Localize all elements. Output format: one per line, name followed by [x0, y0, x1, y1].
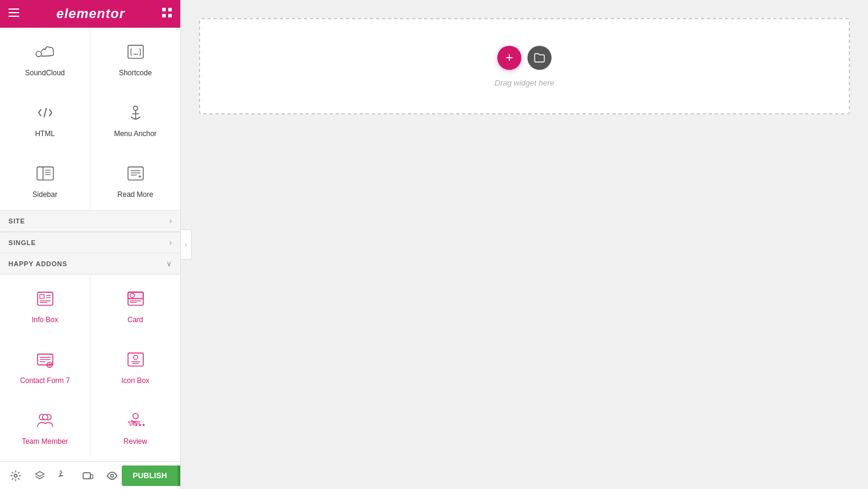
add-template-button[interactable] [527, 46, 552, 70]
single-chevron: › [169, 238, 172, 247]
anchor-icon [124, 101, 148, 125]
infobox-icon [33, 287, 57, 311]
widget-soundcloud[interactable]: SoundCloud [0, 28, 90, 88]
svg-rect-1 [8, 12, 19, 13]
card-icon [124, 287, 148, 311]
svg-rect-19 [128, 167, 143, 180]
happy-addons-label: HAPPY ADDONS [8, 260, 68, 267]
review-label: Review [124, 437, 147, 447]
site-chevron: › [169, 217, 172, 225]
layers-icon[interactable] [30, 466, 49, 485]
widget-html[interactable]: HTML [0, 89, 90, 149]
html-label: HTML [35, 129, 55, 139]
widget-card[interactable]: Card [90, 275, 180, 335]
happy-widget-grid-row2: 7 Contact Form 7 Icon Box [0, 335, 180, 396]
svg-rect-6 [168, 14, 172, 17]
single-label: SINGLE [8, 239, 36, 246]
shortcode-label: Shortcode [119, 69, 152, 78]
sidebar-bottom: PUBLISH ▲ [0, 461, 180, 489]
contactform-icon: 7 [33, 347, 57, 372]
widget-team-member[interactable]: Team Member [0, 396, 90, 456]
widget-review[interactable]: ★★★ Review [90, 396, 180, 456]
view-icon[interactable] [102, 466, 122, 485]
drop-zone-text: Drag widget here [495, 78, 555, 87]
widget-shortcode[interactable]: […] Shortcode [90, 28, 180, 88]
svg-point-47 [133, 414, 138, 419]
responsive-icon[interactable] [78, 466, 98, 485]
svg-rect-2 [8, 16, 19, 17]
team-member-label: Team Member [22, 437, 68, 447]
readmore-icon [124, 161, 148, 185]
svg-text:[…]: […] [128, 48, 142, 57]
svg-text:★★★: ★★★ [134, 422, 145, 428]
review-icon: ★★★ [124, 408, 148, 432]
sidebar-header: elementor [0, 0, 180, 28]
publish-wrapper: PUBLISH ▲ [122, 466, 181, 486]
svg-point-46 [42, 414, 48, 420]
info-box-label: Info Box [31, 316, 58, 325]
menu-anchor-label: Menu Anchor [114, 129, 157, 139]
widget-menu-anchor[interactable]: Menu Anchor [90, 89, 180, 149]
add-widget-button[interactable]: + [497, 46, 521, 70]
widget-grid-row1: SoundCloud […] Shortcode [0, 28, 180, 88]
widget-grid-row3: Sidebar Read More [0, 149, 180, 210]
hamburger-icon[interactable] [8, 8, 19, 19]
widget-contact-form-7[interactable]: 7 Contact Form 7 [0, 335, 90, 396]
happy-widget-grid-row1: Info Box Card [0, 275, 180, 335]
contact-form-7-label: Contact Form 7 [20, 376, 70, 386]
svg-rect-4 [168, 8, 172, 11]
elementor-logo: elementor [56, 6, 125, 22]
svg-point-11 [133, 106, 137, 110]
canvas-area: + Drag widget here [181, 0, 868, 489]
publish-button[interactable]: PUBLISH [122, 466, 178, 486]
svg-point-51 [14, 474, 17, 477]
soundcloud-label: SoundCloud [25, 69, 64, 78]
widget-grid-row2: HTML Menu Anchor [0, 89, 180, 149]
svg-point-54 [111, 474, 114, 477]
svg-rect-52 [83, 473, 90, 479]
history-icon[interactable] [54, 466, 74, 485]
iconbox-icon [124, 347, 148, 372]
sidebar-widget-icon [33, 161, 57, 185]
svg-rect-0 [8, 8, 19, 10]
grid-icon[interactable] [162, 8, 172, 20]
svg-point-7 [36, 51, 41, 57]
settings-icon[interactable] [6, 466, 25, 485]
svg-line-10 [44, 108, 46, 117]
sidebar: elementor [0, 0, 181, 489]
happy-widget-grid-row3: Team Member ★★★ Review [0, 396, 180, 456]
sidebar-label: Sidebar [33, 190, 57, 200]
section-site[interactable]: SITE › [0, 210, 180, 232]
drop-zone-buttons: + [497, 46, 552, 70]
team-icon [33, 408, 57, 432]
card-label: Card [127, 316, 143, 325]
happy-addons-chevron: ∨ [166, 260, 172, 268]
soundcloud-icon [33, 40, 57, 64]
sidebar-content: SoundCloud […] Shortcode [0, 28, 180, 461]
section-happy-addons[interactable]: HAPPY ADDONS ∨ [0, 254, 180, 275]
svg-text:7: 7 [48, 363, 51, 367]
svg-point-41 [133, 355, 137, 360]
svg-rect-5 [162, 14, 166, 17]
svg-rect-3 [162, 8, 166, 11]
drop-zone: + Drag widget here [199, 18, 850, 114]
widget-read-more[interactable]: Read More [90, 149, 180, 210]
shortcode-icon: […] [124, 40, 148, 64]
widget-icon-box[interactable]: Icon Box [90, 335, 180, 396]
read-more-label: Read More [118, 190, 153, 200]
collapse-sidebar-handle[interactable]: ‹ [181, 229, 192, 260]
section-single[interactable]: SINGLE › [0, 232, 180, 254]
site-label: SITE [8, 217, 25, 225]
bottom-icons [6, 466, 122, 485]
html-icon [33, 101, 57, 125]
widget-sidebar[interactable]: Sidebar [0, 149, 90, 210]
widget-info-box[interactable]: Info Box [0, 275, 90, 335]
svg-rect-14 [37, 167, 53, 180]
svg-rect-24 [40, 294, 44, 299]
icon-box-label: Icon Box [121, 376, 149, 386]
